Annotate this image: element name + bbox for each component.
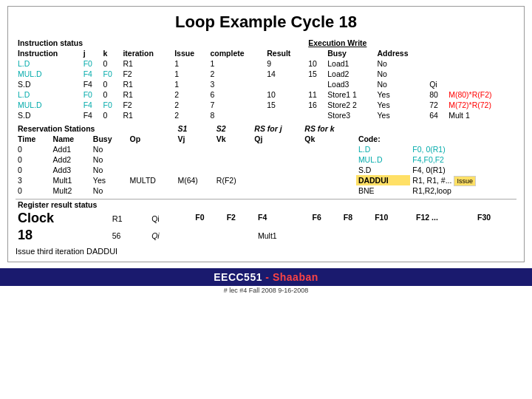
rs-qj	[252, 185, 302, 196]
rs-qj	[252, 175, 302, 185]
rs-hdr-code: Code:	[356, 134, 516, 144]
rs-col-rsj: RS for j	[252, 123, 302, 134]
col-issue: Issue	[172, 48, 208, 58]
rs-vj	[175, 154, 214, 165]
rs-qj	[252, 165, 302, 175]
rs-code-name: S.D	[356, 165, 410, 175]
exec-header: Execution Write	[306, 38, 427, 48]
rs-vj	[175, 144, 214, 154]
inst-issue: 1	[208, 58, 265, 69]
inst-address: 80	[427, 89, 446, 100]
rs-row: 0 Add2 No MUL.D F4,F0,F2	[16, 154, 516, 165]
inst-j: F4	[81, 110, 101, 120]
rs-vk	[214, 165, 253, 175]
reg-f4: F4	[256, 210, 310, 225]
reservation-stations-table: Reservation Stations S1 S2 RS for j RS f…	[16, 123, 516, 196]
reg-bottom-f10	[372, 227, 414, 244]
rs-code-name: L.D	[356, 144, 410, 154]
rs-row: 0 Add1 No L.D F0, 0(R1)	[16, 144, 516, 154]
inst-name: MUL.D	[16, 100, 81, 110]
inst-iter: F2	[120, 100, 172, 110]
inst-iteration: 2	[172, 89, 208, 100]
rs-qj	[252, 144, 302, 154]
rs-vk	[214, 154, 253, 165]
rs-code-val: F4,F0,F2	[410, 154, 516, 165]
inst-label: Load1	[325, 58, 375, 69]
reg-f8: F8	[341, 210, 372, 225]
inst-busy: Yes	[375, 110, 428, 120]
rs-code-val: R1, R1, #... Issue	[410, 175, 516, 185]
inst-address: Qi	[427, 79, 446, 89]
inst-iteration: 1	[172, 58, 208, 69]
inst-result: 16	[306, 100, 325, 110]
table-row: MUL.D F4 F0 F2 1 2 14 15 Load2 No	[16, 69, 516, 79]
inst-iter: R1	[120, 110, 172, 120]
reg-bottom-f30	[475, 227, 516, 244]
rs-qk	[302, 185, 356, 196]
inst-iter: F2	[120, 69, 172, 79]
register-result-table: Register result status Clock R1 Qi F0 F2…	[16, 199, 516, 244]
table-row: MUL.D F4 F0 F2 2 7 15 16 Store2 2 Yes 72…	[16, 100, 516, 110]
col-busy: Busy	[325, 48, 375, 58]
rs-time: 0	[16, 165, 51, 175]
inst-label: Load3	[325, 79, 375, 89]
rs-hdr-op: Op	[128, 134, 176, 144]
inst-j: F4	[81, 79, 101, 89]
inst-result: 11	[306, 89, 325, 100]
rs-busy: No	[91, 144, 128, 154]
rs-col-s2: S2	[214, 123, 253, 134]
inst-issue: 6	[208, 89, 265, 100]
col-label	[306, 48, 325, 58]
rs-op	[128, 185, 176, 196]
reg-bottom-f2	[225, 227, 256, 244]
clock-label-cell: Clock	[16, 210, 110, 227]
inst-address-val: Mult 1	[446, 110, 516, 120]
reg-f30: F30	[475, 210, 516, 225]
inst-label: Store2 2	[325, 100, 375, 110]
rs-time: 3	[16, 175, 51, 185]
footnote: # lec #4 Fall 2008 9-16-2008	[0, 287, 532, 294]
inst-busy: No	[375, 79, 428, 89]
clock-value: 18	[16, 227, 110, 244]
issue-note: Issue third iteration DADDUI	[16, 247, 516, 256]
inst-name: S.D	[16, 79, 81, 89]
inst-iter: R1	[120, 79, 172, 89]
inst-address-val: M(72)*R(72)	[446, 100, 516, 110]
rs-op	[128, 144, 176, 154]
inst-iteration: 2	[172, 110, 208, 120]
inst-complete: 9	[265, 58, 306, 69]
rs-hdr-qk: Qk	[302, 134, 356, 144]
r1-value: 56	[110, 227, 149, 244]
inst-iteration: 1	[172, 69, 208, 79]
inst-label: Store3	[325, 110, 375, 120]
rs-qk	[302, 175, 356, 185]
inst-k: 0	[101, 89, 121, 100]
rs-vk	[214, 144, 253, 154]
reg-bottom-f4: Mult1	[256, 227, 310, 244]
rs-busy: No	[91, 165, 128, 175]
reg-f6: F6	[310, 210, 341, 225]
rs-qk	[302, 144, 356, 154]
rs-code-val: R1,R2,loop	[410, 185, 516, 196]
rs-code-name: MUL.D	[356, 154, 410, 165]
col-iteration: iteration	[120, 48, 172, 58]
inst-complete	[265, 79, 306, 89]
rs-op	[128, 154, 176, 165]
rs-qj	[252, 154, 302, 165]
inst-j: F0	[81, 58, 101, 69]
reg-f10: F10	[372, 210, 414, 225]
rs-vk	[214, 185, 253, 196]
rs-name: Add3	[51, 165, 91, 175]
qi-label: Qi	[149, 210, 193, 227]
rs-code-val: F4, 0(R1)	[410, 165, 516, 175]
rs-name: Mult1	[51, 175, 91, 185]
inst-k: F0	[101, 69, 121, 79]
inst-name: L.D	[16, 58, 81, 69]
inst-name: L.D	[16, 89, 81, 100]
clock-label: Clock	[18, 211, 108, 226]
reg-bottom-f6	[310, 227, 341, 244]
inst-busy: Yes	[375, 100, 428, 110]
col-j: j	[81, 48, 101, 58]
inst-k: 0	[101, 110, 121, 120]
inst-address: 72	[427, 100, 446, 110]
